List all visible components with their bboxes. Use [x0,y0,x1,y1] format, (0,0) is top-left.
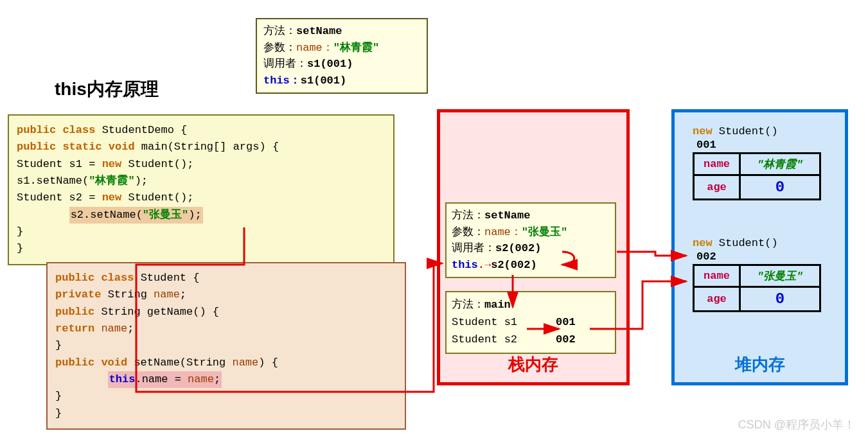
paren: ) [346,58,353,70]
text: String [108,288,154,301]
param: name [232,356,258,369]
text: .name = [135,373,188,385]
this-label: this： [263,75,301,87]
field-val: 0 [740,175,820,200]
text: s2.setName( [71,209,143,221]
text: Student s2 = [17,191,102,204]
highlighted-line: this.name = name; [108,371,222,388]
semi: ; [214,373,220,385]
this-label: this [452,259,478,271]
caller: s2( [495,242,515,254]
paren: ) [340,75,346,87]
var-decl: Student [452,333,504,346]
field-val: 0 [740,287,820,312]
addr: 002 [556,333,576,346]
stack-frame-main: 方法：main Student s1001 Student s2002 [445,291,616,354]
label: 参数： [452,226,484,238]
new-kw: new [693,237,713,249]
field: name [154,288,180,301]
kw: private [55,288,108,301]
kw: new [102,158,128,170]
addr: 001 [327,58,347,70]
close-brace: } [17,224,385,240]
kw: public class [55,272,141,284]
close-brace: } [17,240,385,257]
var-name: s2 [504,333,517,346]
label: 方法： [263,25,296,37]
kw: public [55,306,101,318]
value: setName [296,25,342,37]
text: StudentDemo { [102,124,188,136]
code-block-student: public class Student { private String na… [46,262,406,430]
param-name: name： [296,42,333,54]
kw: public static void [17,141,141,153]
value: setName [484,209,530,222]
text: ); [188,209,201,221]
field-val: "林青霞" [740,154,820,175]
close-brace: } [55,337,397,354]
text: Student s1 = [17,158,102,170]
label: 方法： [452,209,484,222]
field-name: name [694,154,740,175]
field-name: age [694,287,740,312]
watermark: CSDN @程序员小羊！ [738,417,855,432]
stack-frame-setname: 方法：setName 参数：name："张曼玉" 调用者：s2(002) thi… [445,202,616,278]
label: 调用者： [452,242,495,254]
top-stack-frame: 方法：setName 参数：name："林青霞" 调用者：s1(001) thi… [256,18,428,94]
field-val: "张曼玉" [740,265,820,287]
label: 方法： [452,299,484,311]
code-block-demo: public class StudentDemo { public static… [8,114,394,265]
addr: 002 [515,242,535,254]
kw: new [102,191,128,204]
addr: 002 [693,251,833,263]
text: String getName() { [101,306,219,318]
param: name [188,373,214,385]
value: main [484,299,511,311]
kw: public void [55,356,134,369]
this-addr: 002 [511,259,531,271]
semi: ; [127,322,134,335]
text: Student(); [128,158,193,170]
param-value: "张曼玉" [522,226,567,238]
type: Student() [713,237,778,249]
stack-memory-box: 方法：setName 参数：name："张曼玉" 调用者：s2(002) thi… [437,109,630,385]
text: main(String[] args) { [141,141,279,153]
string: "林青霞" [89,175,134,187]
field: name [101,322,127,335]
this: this [109,373,136,385]
addr: 001 [693,139,833,151]
paren: ) [535,242,541,254]
type: Student() [713,125,778,137]
arrow-dot: .→ [478,259,491,271]
this-caller: s2( [491,259,511,271]
kw: public class [17,124,102,136]
text: setName(String [134,356,232,369]
new-kw: new [693,125,713,137]
close-brace: } [55,405,397,422]
text: Student { [141,272,200,284]
label: 调用者： [263,58,307,70]
close-brace: } [55,388,397,405]
this-caller: s1( [301,75,321,87]
field-name: name [694,265,740,287]
highlighted-line: s2.setName("张曼玉"); [69,207,203,224]
object-table: name"张曼玉" age0 [693,264,821,312]
heap-title: 堆内存 [675,353,845,376]
var-name: s1 [504,316,517,328]
object-table: name"林青霞" age0 [693,152,821,200]
addr: 001 [556,316,576,328]
text: ); [135,175,148,187]
heap-object-2: new Student() 002 name"张曼玉" age0 [693,236,833,312]
semi: ; [180,288,186,301]
field-name: age [694,175,740,200]
string: "张曼玉" [143,209,188,221]
this-addr: 001 [320,75,340,87]
param-value: "林青霞" [333,42,379,54]
label: 参数： [263,42,296,54]
heap-memory-box: new Student() 001 name"林青霞" age0 new Stu… [671,109,848,385]
caller: s1( [307,58,327,70]
heap-object-1: new Student() 001 name"林青霞" age0 [693,124,833,200]
text: Student(); [128,191,193,204]
kw: return [55,322,101,335]
diagram-title: this内存原理 [55,77,159,101]
